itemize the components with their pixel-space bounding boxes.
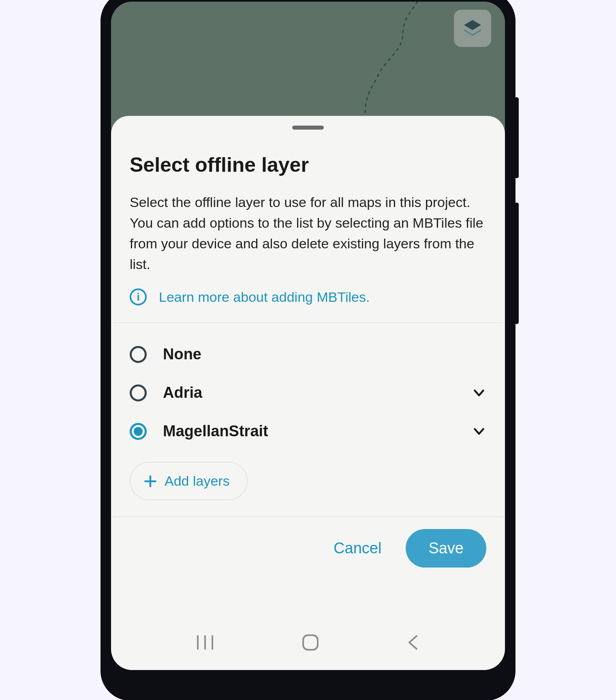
option-label: MagellanStrait — [163, 423, 456, 440]
layers-icon — [462, 18, 483, 38]
layer-option-none[interactable]: None — [130, 335, 486, 373]
option-label: None — [163, 346, 486, 363]
add-layers-button[interactable]: Add layers — [130, 462, 248, 500]
sheet-drag-handle[interactable] — [292, 126, 324, 130]
info-icon: i — [130, 288, 147, 305]
chevron-down-icon[interactable] — [472, 386, 486, 400]
layer-options: None Adria MagellanStrait — [130, 323, 486, 450]
cancel-button[interactable]: Cancel — [329, 531, 386, 566]
sheet-description: Select the offline layer to use for all … — [130, 192, 486, 275]
learn-more-link[interactable]: Learn more about adding MBTiles. — [159, 289, 370, 305]
map-track-line — [281, 2, 451, 135]
save-button[interactable]: Save — [406, 529, 486, 568]
radio-unchecked-icon — [130, 346, 147, 363]
home-icon[interactable] — [302, 634, 319, 651]
recent-apps-icon[interactable] — [195, 634, 216, 651]
chevron-down-icon[interactable] — [472, 424, 486, 439]
radio-unchecked-icon — [130, 384, 147, 401]
layer-option-magellan[interactable]: MagellanStrait — [130, 412, 486, 450]
map-layers-button[interactable] — [454, 10, 491, 47]
plus-icon — [143, 474, 157, 488]
layer-option-adria[interactable]: Adria — [130, 373, 486, 412]
android-nav-bar — [111, 634, 505, 651]
sheet-footer: Cancel Save — [111, 516, 505, 568]
radio-checked-icon — [130, 423, 147, 440]
back-icon[interactable] — [405, 634, 421, 651]
bottom-sheet: Select offline layer Select the offline … — [111, 116, 505, 670]
phone-frame: Select offline layer Select the offline … — [101, 0, 515, 700]
option-label: Adria — [163, 384, 456, 401]
learn-more-row[interactable]: i Learn more about adding MBTiles. — [130, 288, 486, 322]
phone-screen: Select offline layer Select the offline … — [111, 2, 505, 670]
sheet-title: Select offline layer — [130, 153, 486, 177]
svg-rect-0 — [303, 635, 318, 650]
add-layers-label: Add layers — [165, 473, 230, 489]
